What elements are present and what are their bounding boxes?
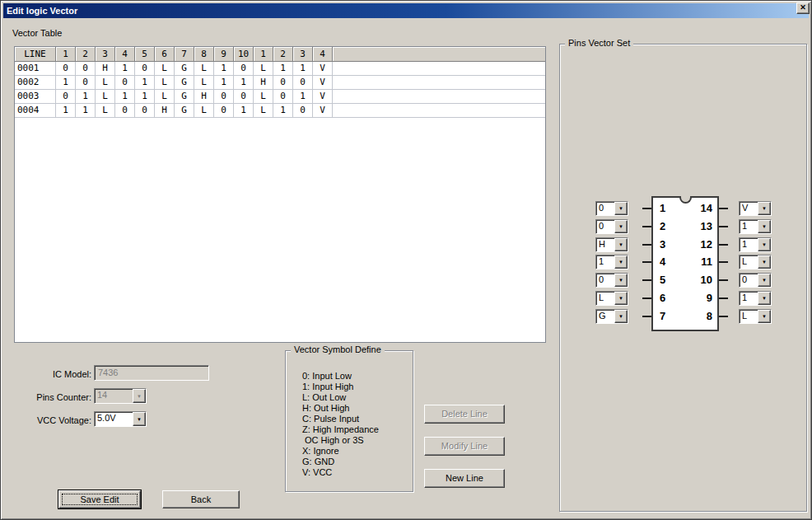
column-header[interactable]: 10 — [234, 47, 254, 62]
symbol-define-line: OC High or 3S — [302, 435, 379, 446]
vcc-voltage-combo[interactable]: 5.0V ▼ — [94, 411, 147, 427]
window-title: Edit logic Vector — [7, 6, 77, 16]
table-row[interactable]: 000210L01LGL11H00V — [15, 76, 545, 90]
column-header[interactable]: 8 — [194, 47, 214, 62]
pin-value-combo[interactable]: V▼ — [739, 201, 772, 216]
symbol-define-line: H: Out High — [302, 403, 379, 414]
pin-number: 4 — [660, 255, 684, 268]
pin-value: 1 — [740, 238, 758, 251]
vector-value-cell: 1 — [273, 104, 293, 118]
pins-counter-value: 14 — [95, 389, 133, 403]
new-line-button[interactable]: New Line — [424, 469, 505, 488]
column-header[interactable]: LINE — [15, 47, 56, 62]
dropdown-arrow-icon[interactable]: ▼ — [614, 274, 628, 287]
vector-table-header: LINE123456789101234 — [15, 47, 545, 62]
column-header[interactable]: 1 — [56, 47, 76, 62]
pin-value-combo[interactable]: L▼ — [739, 255, 772, 269]
vcc-voltage-label: VCC Voltage: — [17, 415, 91, 425]
vector-value-cell: 1 — [273, 62, 293, 76]
pin-number: 7 — [660, 310, 684, 322]
pin-lead — [719, 226, 728, 227]
pin-number: 8 — [684, 310, 712, 322]
line-number-cell: 0001 — [15, 62, 56, 76]
pin-value-combo[interactable]: 0▼ — [739, 273, 772, 288]
ic-model-field[interactable]: 7436 — [94, 365, 209, 381]
pin-value-combo[interactable]: 1▼ — [595, 255, 628, 269]
column-header[interactable]: 4 — [313, 47, 333, 62]
pin-value-combo[interactable]: L▼ — [595, 291, 628, 306]
table-row[interactable]: 000100H10LGL10L11V — [15, 62, 545, 76]
vector-value-cell: 1 — [214, 62, 234, 76]
pin-lead — [642, 297, 651, 299]
vector-table[interactable]: LINE123456789101234 000100H10LGL10L11V00… — [14, 46, 546, 343]
dropdown-arrow-icon[interactable]: ▼ — [614, 310, 628, 323]
pin-number: 13 — [684, 220, 712, 232]
vector-value-cell: 0 — [234, 90, 254, 104]
pin-lead — [719, 316, 728, 317]
vector-value-cell: L — [155, 76, 175, 90]
save-edit-button[interactable]: Save Edit — [58, 490, 141, 508]
vector-value-cell: 0 — [115, 76, 135, 90]
column-header[interactable]: 2 — [273, 47, 293, 62]
column-header[interactable]: 2 — [76, 47, 96, 62]
column-header[interactable]: 9 — [214, 47, 234, 62]
vector-value-cell: 0 — [214, 104, 234, 118]
dropdown-arrow-icon[interactable]: ▼ — [758, 292, 771, 305]
pin-value-combo[interactable]: H▼ — [595, 237, 628, 252]
column-header[interactable]: 5 — [135, 47, 155, 62]
dropdown-arrow-icon[interactable]: ▼ — [133, 412, 146, 426]
delete-line-button[interactable]: Delete Line — [424, 405, 505, 424]
column-header[interactable]: 1 — [254, 47, 273, 62]
dropdown-arrow-icon[interactable]: ▼ — [758, 255, 771, 269]
column-header[interactable]: 3 — [293, 47, 313, 62]
column-header[interactable]: 3 — [96, 47, 115, 62]
pin-value: L — [740, 310, 758, 323]
vector-symbol-define-group: Vector Symbol Define 0: Input Low1: Inpu… — [285, 350, 413, 492]
dropdown-arrow-icon[interactable]: ▼ — [133, 389, 146, 403]
column-header[interactable]: 6 — [155, 47, 175, 62]
pin-value: L — [596, 292, 614, 305]
dropdown-arrow-icon[interactable]: ▼ — [614, 202, 628, 215]
row-filler — [333, 62, 545, 76]
row-filler — [333, 104, 545, 118]
pin-value-combo[interactable]: 1▼ — [739, 219, 772, 234]
vector-value-cell: L — [194, 62, 214, 76]
vector-value-cell: 1 — [76, 104, 96, 118]
vector-value-cell: 1 — [293, 90, 313, 104]
back-button[interactable]: Back — [162, 490, 240, 508]
dropdown-arrow-icon[interactable]: ▼ — [614, 255, 628, 269]
pin-value-combo[interactable]: 1▼ — [739, 291, 772, 306]
column-header[interactable]: 7 — [175, 47, 194, 62]
pins-counter-combo[interactable]: 14 ▼ — [94, 388, 147, 404]
dropdown-arrow-icon[interactable]: ▼ — [614, 220, 628, 233]
pin-value-combo[interactable]: 0▼ — [595, 201, 628, 216]
edit-logic-vector-dialog: Edit logic Vector ✕ Vector Table LINE123… — [0, 0, 812, 520]
pin-value-combo[interactable]: G▼ — [595, 309, 628, 324]
dropdown-arrow-icon[interactable]: ▼ — [758, 220, 771, 233]
vector-value-cell: 0 — [76, 76, 96, 90]
vector-value-cell: V — [313, 76, 333, 90]
titlebar[interactable]: Edit logic Vector — [3, 3, 809, 18]
pin-value-combo[interactable]: L▼ — [739, 309, 772, 324]
vector-value-cell: H — [194, 90, 214, 104]
table-row[interactable]: 000411L00HGL01L10V — [15, 104, 545, 118]
dropdown-arrow-icon[interactable]: ▼ — [614, 238, 628, 251]
vector-value-cell: 1 — [293, 62, 313, 76]
dropdown-arrow-icon[interactable]: ▼ — [758, 274, 771, 287]
dropdown-arrow-icon[interactable]: ▼ — [614, 292, 628, 305]
close-button[interactable]: ✕ — [796, 2, 810, 14]
pin-lead — [719, 208, 728, 209]
pin-lead — [719, 244, 728, 246]
symbol-define-lines: 0: Input Low1: Input HighL: Out LowH: Ou… — [302, 371, 379, 478]
dropdown-arrow-icon[interactable]: ▼ — [758, 310, 771, 323]
table-row[interactable]: 000301L11LGH00L01V — [15, 90, 545, 104]
dropdown-arrow-icon[interactable]: ▼ — [758, 202, 771, 215]
modify-line-button[interactable]: Modify Line — [424, 437, 505, 456]
pin-value-combo[interactable]: 1▼ — [739, 237, 772, 252]
column-header[interactable]: 4 — [115, 47, 135, 62]
pin-value-combo[interactable]: 0▼ — [595, 219, 628, 234]
pin-number: 3 — [660, 238, 684, 251]
pin-lead — [642, 208, 651, 209]
pin-value-combo[interactable]: 0▼ — [595, 273, 628, 288]
dropdown-arrow-icon[interactable]: ▼ — [758, 238, 771, 251]
